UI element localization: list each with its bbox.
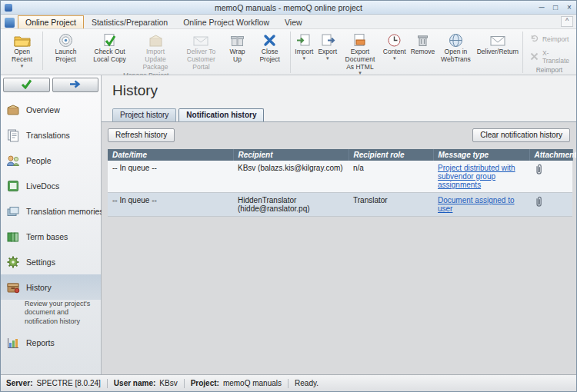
folder-open-icon bbox=[13, 32, 32, 48]
cell-attachment bbox=[529, 193, 572, 217]
paperclip-icon[interactable] bbox=[534, 201, 544, 209]
ribbon-group-reimport: Reimport X-Translate Reimport bbox=[525, 30, 574, 75]
app-window: memoQ manuals - memoQ online project ─ □… bbox=[0, 0, 577, 392]
cell-recipient-role: n/a bbox=[349, 161, 433, 193]
close-button[interactable]: × bbox=[562, 2, 576, 13]
import-update-package-button[interactable]: Import Update Package bbox=[132, 30, 178, 71]
user-name-label: User name: bbox=[114, 379, 155, 387]
sidebar-item-translations[interactable]: Translations bbox=[1, 122, 101, 148]
column-header-message-type[interactable]: Message type bbox=[433, 149, 529, 161]
title-bar[interactable]: memoQ manuals - memoQ online project ─ □… bbox=[1, 1, 576, 15]
export-document-as-html-button[interactable]: Export Document As HTML bbox=[339, 30, 381, 77]
import-button[interactable]: Import bbox=[292, 30, 315, 77]
checkmark-icon bbox=[16, 78, 36, 92]
sidebar-item-translation-memories[interactable]: Translation memories bbox=[1, 198, 101, 224]
sidebar-item-label: Term bases bbox=[26, 232, 68, 241]
deliver-to-customer-portal-button[interactable]: Deliver To Customer Portal bbox=[178, 30, 224, 71]
sidebar-item-term-bases[interactable]: Term bases bbox=[1, 224, 101, 249]
check-out-local-copy-button[interactable]: Check Out Local Copy bbox=[87, 30, 132, 71]
sidebar-item-overview[interactable]: Overview bbox=[1, 97, 101, 122]
tab-project-history[interactable]: Project history bbox=[112, 108, 176, 121]
sidebar-item-label: History bbox=[26, 283, 52, 292]
bar-chart-icon bbox=[5, 336, 21, 350]
table-row[interactable]: -- In queue -- HiddenTranslator (hidde@r… bbox=[108, 193, 572, 217]
envelope-send-icon bbox=[193, 32, 208, 48]
close-project-button[interactable]: Close Project bbox=[251, 30, 289, 71]
navigate-button[interactable] bbox=[52, 78, 99, 92]
column-header-attachment[interactable]: Attachment bbox=[529, 149, 572, 161]
ribbon-tab-statistics-preparation[interactable]: Statistics/Preparation bbox=[84, 15, 175, 28]
group-separator bbox=[522, 32, 523, 73]
minimize-button[interactable]: ─ bbox=[535, 2, 549, 13]
ribbon-tab-row: Online Project Statistics/Preparation On… bbox=[1, 15, 576, 29]
group-separator bbox=[42, 32, 43, 70]
x-translate-button[interactable]: X-Translate bbox=[525, 48, 574, 66]
ribbon-group-manage-project: Open Recent Launch Project Check Out Loc… bbox=[3, 30, 288, 75]
button-label: Launch Project bbox=[47, 48, 85, 64]
tab-notification-history[interactable]: Notification history bbox=[178, 108, 264, 121]
import-arrow-icon bbox=[296, 32, 312, 48]
people-icon bbox=[5, 154, 21, 168]
button-label: X-Translate bbox=[542, 49, 569, 65]
open-recent-button[interactable]: Open Recent bbox=[3, 30, 41, 71]
confirm-button[interactable] bbox=[3, 78, 50, 92]
gear-icon bbox=[5, 255, 21, 269]
export-button[interactable]: Export bbox=[315, 30, 339, 77]
collapse-ribbon-button[interactable]: ^ bbox=[561, 16, 573, 27]
message-type-link[interactable]: Project distributed with subvendor group… bbox=[438, 164, 515, 189]
arrow-right-icon bbox=[65, 78, 85, 92]
cell-attachment bbox=[529, 161, 572, 193]
gift-box-icon bbox=[230, 32, 245, 48]
sidebar-item-livedocs[interactable]: LiveDocs bbox=[1, 173, 101, 198]
sidebar-item-people[interactable]: People bbox=[1, 148, 101, 173]
ribbon-tab-view[interactable]: View bbox=[277, 15, 310, 28]
content-button[interactable]: Content bbox=[381, 30, 409, 77]
ribbon-group-document: Import Export Export Document As HTML bbox=[292, 30, 521, 75]
sidebar-item-label: People bbox=[26, 156, 52, 165]
group-separator bbox=[290, 32, 291, 73]
status-separator bbox=[184, 379, 185, 388]
ribbon-tab-online-project-workflow[interactable]: Online Project Workflow bbox=[175, 15, 277, 28]
close-x-icon bbox=[262, 32, 277, 48]
cell-datetime: -- In queue -- bbox=[108, 161, 233, 193]
paperclip-icon[interactable] bbox=[534, 168, 544, 177]
refresh-history-button[interactable]: Refresh history bbox=[108, 128, 175, 142]
button-label: Reimport bbox=[542, 35, 569, 43]
column-header-recipient-role[interactable]: Recipient role bbox=[349, 149, 433, 161]
app-menu-icon[interactable] bbox=[5, 18, 15, 28]
sidebar-item-history[interactable]: History bbox=[1, 274, 101, 300]
status-separator bbox=[288, 379, 288, 388]
document-check-icon bbox=[102, 32, 117, 48]
ribbon-tab-online-project[interactable]: Online Project bbox=[18, 15, 84, 28]
button-label: Open Recent bbox=[5, 48, 38, 64]
maximize-button[interactable]: □ bbox=[549, 2, 562, 13]
box-icon bbox=[5, 103, 21, 117]
cell-datetime: -- In queue -- bbox=[108, 193, 233, 217]
table-header-row: Date/time Recipient Recipient role Messa… bbox=[108, 149, 572, 161]
history-tabs: Project history Notification history bbox=[102, 108, 576, 121]
dropdown-arrow-icon bbox=[393, 56, 396, 61]
button-label: Deliver/Return bbox=[477, 48, 519, 56]
deliver-return-button[interactable]: Deliver/Return bbox=[475, 30, 521, 77]
table-row[interactable]: -- In queue -- KBsv (balazs.kis@kilgray.… bbox=[108, 161, 572, 193]
open-in-webtrans-button[interactable]: Open in WebTrans bbox=[437, 30, 474, 77]
column-header-recipient[interactable]: Recipient bbox=[233, 149, 349, 161]
cards-icon bbox=[5, 204, 21, 218]
launch-project-button[interactable]: Launch Project bbox=[45, 30, 87, 71]
notification-history-table: Date/time Recipient Recipient role Messa… bbox=[108, 149, 573, 217]
message-type-link[interactable]: Document assigned to user bbox=[438, 196, 515, 213]
button-label: Import Update Package bbox=[135, 48, 175, 71]
target-icon bbox=[58, 32, 73, 48]
remove-button[interactable]: Remove bbox=[409, 30, 438, 77]
sidebar-item-reports[interactable]: Reports bbox=[1, 331, 101, 356]
button-label: Deliver To Customer Portal bbox=[181, 48, 222, 71]
export-arrow-icon bbox=[320, 32, 335, 48]
column-header-datetime[interactable]: Date/time bbox=[108, 149, 233, 161]
wrap-up-button[interactable]: Wrap Up bbox=[224, 30, 251, 71]
project-label: Project: bbox=[191, 379, 219, 387]
reimport-button[interactable]: Reimport bbox=[525, 32, 574, 45]
page-title: History bbox=[112, 82, 576, 99]
clear-notification-history-button[interactable]: Clear notification history bbox=[472, 128, 570, 142]
sidebar-item-settings[interactable]: Settings bbox=[1, 249, 101, 274]
sidebar-item-label: Reports bbox=[26, 338, 55, 347]
